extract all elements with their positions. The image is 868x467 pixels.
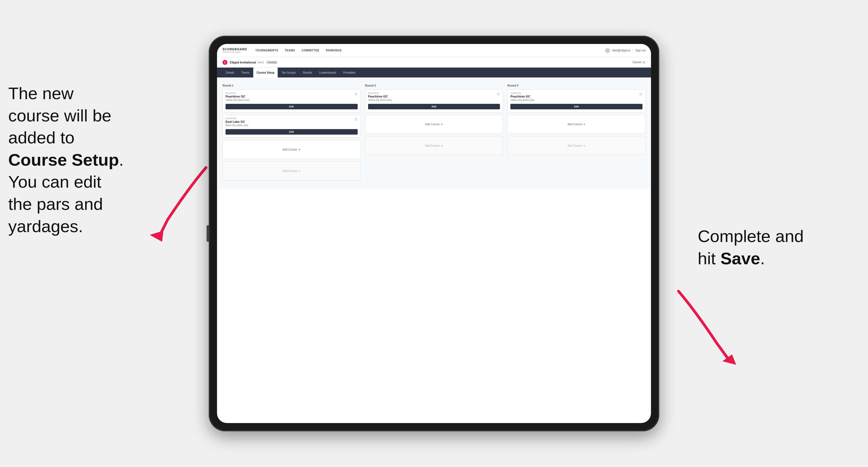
right-annotation: Complete and hit Save. (698, 225, 851, 270)
side-button (207, 225, 209, 242)
arrow-left-icon (134, 165, 217, 242)
round1-course-b-tag: (Course B) (225, 117, 358, 120)
round1-course-a-edit-button[interactable]: Edit (225, 104, 358, 109)
svg-marker-0 (150, 231, 163, 242)
tabs-bar: Details Teams Course Setup Tee Groups Re… (217, 68, 651, 77)
annotation-line2: course will be (8, 106, 112, 125)
separator: | (632, 49, 633, 52)
round3-add-plus-disabled-icon: + (583, 144, 585, 148)
round3-add-course-button[interactable]: Add Course + (507, 115, 646, 134)
sign-out-link[interactable]: Sign out (636, 49, 646, 52)
avatar (605, 48, 610, 53)
nav-rankings[interactable]: RANKINGS (326, 48, 342, 53)
round1-add-course-button[interactable]: Add Course + (222, 140, 361, 159)
round1-course-a-tag: (Course A) (225, 92, 358, 94)
add-plus-disabled-icon: + (298, 169, 301, 173)
round2-course-a-card: (Course A) Peachtree GC Yellow (M) (6629… (365, 89, 503, 112)
annotation-line1: The new (8, 84, 73, 103)
tablet-screen: SCOREBOARD Powered by clippd TOURNAMENTS… (217, 44, 651, 423)
round1-course-b-details: Black (M) (6891 yds) (225, 124, 358, 127)
right-annotation-line2pre: hit (698, 249, 720, 268)
round1-course-b-delete-icon[interactable]: ⊡ (354, 117, 358, 121)
round1-add-course-disabled-text: Add Course + (283, 169, 301, 173)
rounds-grid: Round 1 (Course A) Peachtree GC Yellow (… (222, 84, 646, 183)
right-annotation-line2end: . (760, 249, 765, 268)
round2-course-a-delete-icon[interactable]: ⊡ (496, 92, 500, 96)
tab-printables[interactable]: Printables (340, 68, 359, 77)
round1-course-a-delete-icon[interactable]: ⊡ (354, 92, 358, 96)
round2-add-course-button[interactable]: Add Course + (365, 115, 503, 134)
tournament-badge: (Men) (257, 61, 264, 64)
cancel-button[interactable]: Cancel ✕ (632, 60, 646, 65)
navbar: SCOREBOARD Powered by clippd TOURNAMENTS… (217, 44, 651, 57)
round3-course-a-card: (Course A) Peachtree GC Yellow (M) (6629… (507, 89, 646, 112)
user-email: blair@clippd.io (612, 49, 630, 52)
nav-committee[interactable]: COMMITTEE (302, 48, 319, 53)
add-plus-icon: + (298, 147, 301, 152)
navbar-links: TOURNAMENTS TEAMS COMMITTEE RANKINGS (255, 48, 605, 53)
annotation-line4end: . (119, 150, 124, 169)
brand-name: SCOREBOARD (222, 48, 247, 51)
nav-teams[interactable]: TEAMS (285, 48, 295, 53)
round1-course-a-details: Yellow (M) (6629 yds) (225, 99, 358, 101)
round-1-label: Round 1 (222, 84, 361, 87)
tab-results[interactable]: Results (300, 68, 315, 77)
round-2-column: Round 2 (Course A) Peachtree GC Yellow (… (365, 84, 503, 183)
round-3-column: Round 3 (Course A) Peachtree GC Yellow (… (507, 84, 646, 183)
navbar-right: blair@clippd.io | Sign out (605, 48, 646, 53)
round3-add-course-text: Add Course + (567, 122, 585, 126)
round1-course-b-name: East Lake GC (225, 120, 358, 123)
round2-add-course-text: Add Course + (425, 122, 443, 126)
tab-course-setup[interactable]: Course Setup (253, 68, 278, 77)
round1-course-b-card: (Course B) East Lake GC Black (M) (6891 … (222, 115, 361, 137)
annotation-line6: the pars and (8, 194, 103, 213)
round3-add-course-disabled: Add Course + (507, 136, 646, 155)
annotation-line5: You can edit (8, 172, 101, 191)
round1-course-a-card: (Course A) Peachtree GC Yellow (M) (6629… (222, 89, 361, 112)
annotation-line4bold: Course Setup (8, 150, 119, 169)
tournament-title: Clippd Invitational (229, 61, 256, 64)
round2-course-a-edit-button[interactable]: Edit (368, 104, 500, 109)
round3-course-a-tag: (Course A) (510, 92, 643, 94)
round2-add-plus-disabled-icon: + (441, 144, 443, 148)
tab-tee-groups[interactable]: Tee Groups (278, 68, 299, 77)
right-annotation-line1: Complete and (698, 227, 804, 246)
cancel-icon: ✕ (642, 60, 646, 65)
main-content: Round 1 (Course A) Peachtree GC Yellow (… (217, 77, 651, 189)
round-3-label: Round 3 (507, 84, 646, 87)
round3-course-a-details: Yellow (M) (6629 yds) (510, 99, 643, 101)
round2-course-a-details: Yellow (M) (6629 yds) (368, 99, 500, 101)
round-1-column: Round 1 (Course A) Peachtree GC Yellow (… (222, 84, 361, 183)
annotation-line3: added to (8, 128, 74, 147)
round1-add-course-disabled: Add Course + (222, 161, 361, 181)
tab-leaderboards[interactable]: Leaderboards (316, 68, 340, 77)
tab-details[interactable]: Details (222, 68, 238, 77)
round1-course-a-name: Peachtree GC (225, 95, 358, 98)
round-2-label: Round 2 (365, 84, 503, 87)
round3-add-plus-icon: + (583, 122, 585, 126)
tablet-frame: SCOREBOARD Powered by clippd TOURNAMENTS… (209, 36, 659, 431)
navbar-brand: SCOREBOARD Powered by clippd (222, 48, 247, 53)
round3-course-a-delete-icon[interactable]: ⊡ (639, 92, 643, 96)
round2-course-a-tag: (Course A) (368, 92, 500, 94)
round2-add-course-disabled: Add Course + (365, 136, 503, 155)
sub-header: C Clippd Invitational (Men) Hosting Canc… (217, 57, 651, 68)
brand-powered: Powered by clippd (222, 51, 247, 53)
hosting-badge: Hosting (266, 61, 278, 64)
round1-course-b-edit-button[interactable]: Edit (225, 129, 358, 134)
arrow-right-icon (662, 288, 750, 365)
tab-teams[interactable]: Teams (238, 68, 253, 77)
round3-course-a-name: Peachtree GC (510, 95, 643, 98)
round2-course-a-name: Peachtree GC (368, 95, 500, 98)
right-annotation-bold: Save (720, 249, 760, 268)
round3-add-course-disabled-text: Add Course + (567, 144, 585, 148)
round3-course-a-edit-button[interactable]: Edit (510, 104, 643, 109)
annotation-line7: yardages. (8, 217, 83, 236)
brand-logo: C (222, 60, 227, 65)
nav-tournaments[interactable]: TOURNAMENTS (255, 48, 278, 53)
round1-add-course-text: Add Course + (283, 147, 301, 152)
round2-add-course-disabled-text: Add Course + (425, 144, 443, 148)
round2-add-plus-icon: + (441, 122, 443, 126)
